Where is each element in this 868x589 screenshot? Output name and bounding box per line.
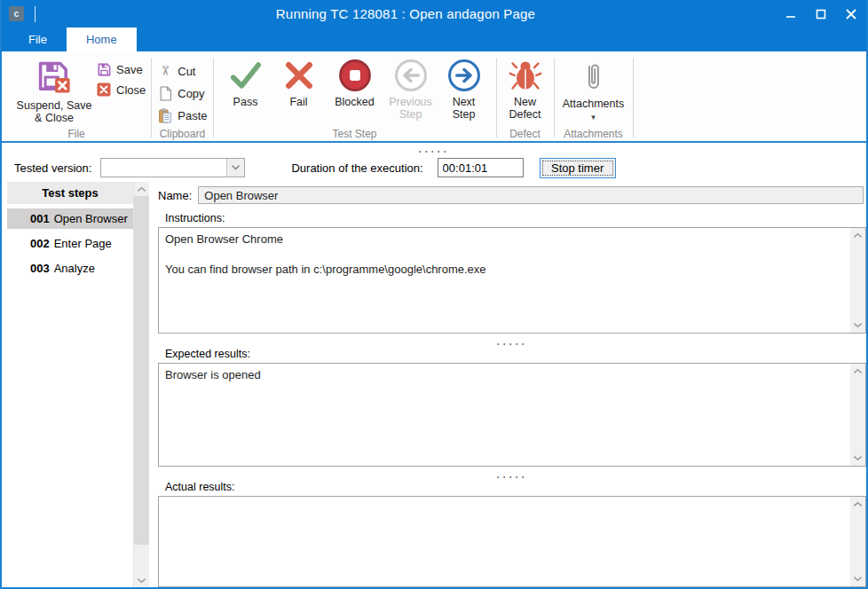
combo-dropdown-button[interactable] [226, 159, 244, 177]
attachments-label: Attachments [563, 98, 624, 110]
actual-results-label: Actual results: [165, 481, 866, 493]
scroll-up-button[interactable] [850, 365, 865, 378]
attachments-button[interactable]: Attachments ▾ [558, 56, 629, 121]
step-number: 002 [30, 237, 50, 250]
window-title: Running TC 128081 : Open andagon Page [36, 6, 776, 21]
save-icon [96, 61, 112, 77]
test-step-group-label: Test Step [214, 128, 496, 140]
ribbon-group-test-step: Pass Fail Blocked Previou [214, 54, 496, 141]
splitter-handle[interactable]: ····· [158, 334, 866, 346]
copy-label: Copy [178, 87, 204, 100]
paste-icon [157, 107, 173, 123]
ribbon: Suspend, Save & Close Save [2, 51, 866, 143]
expected-results-scrollbar[interactable] [850, 364, 865, 466]
ribbon-tab-row: File Home [2, 27, 866, 51]
splitter-handle[interactable]: ····· [158, 467, 866, 479]
name-field[interactable] [198, 186, 864, 204]
expected-results-text[interactable]: Browser is opened [165, 367, 846, 462]
actual-results-scrollbar[interactable] [850, 497, 865, 586]
tested-version-combobox[interactable] [100, 158, 245, 177]
close-ribbon-button[interactable]: Close [96, 82, 146, 98]
new-defect-button[interactable]: New Defect [502, 56, 548, 121]
scroll-down-button[interactable] [850, 318, 865, 332]
chevron-up-icon [853, 368, 863, 374]
duration-input[interactable] [438, 158, 524, 177]
app-window: c Running TC 128081 : Open andagon Page … [0, 0, 868, 589]
attachments-dropdown-icon[interactable]: ▾ [591, 114, 596, 121]
instructions-scrollbar[interactable] [850, 228, 865, 333]
blocked-label: Blocked [335, 96, 374, 108]
paperclip-icon [583, 58, 604, 95]
tab-file[interactable]: File [9, 27, 67, 51]
copy-button[interactable]: Copy [157, 85, 207, 101]
new-defect-label: New Defect [502, 96, 548, 121]
test-step-item-2[interactable]: 002Enter Page [7, 233, 133, 254]
expected-results-textbox[interactable]: Browser is opened [158, 363, 866, 467]
test-step-item-3[interactable]: 003Analyze [7, 258, 133, 279]
test-step-item-1[interactable]: 001Open Browser [7, 208, 133, 229]
name-label: Name: [158, 189, 192, 202]
tested-version-input[interactable] [101, 159, 226, 177]
paste-button[interactable]: Paste [157, 107, 207, 123]
ribbon-separator [633, 58, 634, 137]
scroll-up-button[interactable] [850, 229, 865, 242]
pass-label: Pass [233, 96, 258, 108]
test-steps-panel: Test steps 001Open Browser 002Enter Page… [7, 182, 149, 587]
expected-results-label: Expected results: [165, 348, 866, 360]
maximize-button[interactable] [806, 0, 836, 27]
execution-bar: Tested version: Duration of the executio… [2, 153, 866, 182]
ribbon-resize-handle[interactable]: ····· [2, 143, 866, 153]
actual-results-textbox[interactable] [158, 496, 866, 587]
chevron-up-icon [853, 501, 863, 507]
chevron-down-icon [853, 576, 863, 582]
ribbon-group-clipboard: ✂ Cut Copy [152, 54, 212, 141]
window-controls [776, 0, 866, 27]
chevron-down-icon [231, 164, 241, 171]
scroll-up-button[interactable] [134, 182, 149, 196]
copy-icon [157, 85, 173, 101]
bug-icon [509, 58, 542, 93]
step-number: 001 [30, 212, 50, 225]
next-step-button[interactable]: Next Step [441, 56, 487, 121]
suspend-save-close-button[interactable]: Suspend, Save & Close [12, 56, 96, 124]
minimize-button[interactable] [776, 0, 806, 27]
steps-scrollbar[interactable] [133, 182, 149, 587]
scroll-up-button[interactable] [850, 498, 865, 511]
chevron-down-icon [137, 577, 146, 584]
defect-group-label: Defect [497, 128, 554, 140]
pass-button[interactable]: Pass [223, 56, 269, 108]
scrollbar-thumb[interactable] [134, 196, 149, 545]
cut-button[interactable]: ✂ Cut [157, 63, 207, 79]
ribbon-group-attachments: Attachments ▾ Attachments [555, 54, 633, 141]
content-area: Test steps 001Open Browser 002Enter Page… [2, 182, 866, 587]
previous-step-button[interactable]: Previous Step [388, 56, 434, 121]
scroll-down-button[interactable] [850, 452, 865, 465]
fail-label: Fail [289, 96, 307, 108]
close-icon [843, 7, 859, 21]
pass-check-icon [228, 58, 264, 93]
save-button[interactable]: Save [96, 61, 146, 77]
actual-results-text[interactable] [165, 500, 846, 583]
file-group-small-buttons: Save Close [96, 56, 146, 98]
test-steps-list: Test steps 001Open Browser 002Enter Page… [7, 182, 133, 587]
step-detail-pane: Name: Instructions: Open Browser Chrome … [158, 182, 866, 587]
title-bar: c Running TC 128081 : Open andagon Page [2, 0, 866, 27]
attachments-group-label: Attachments [555, 128, 633, 140]
blocked-button[interactable]: Blocked [329, 56, 381, 108]
save-label: Save [116, 63, 143, 76]
scroll-down-button[interactable] [134, 573, 149, 587]
test-steps-header: Test steps [7, 182, 133, 204]
chevron-down-icon [853, 322, 863, 328]
ribbon-group-file: Suspend, Save & Close Save [2, 54, 151, 141]
instructions-text[interactable]: Open Browser Chrome You can find browser… [165, 232, 846, 329]
tab-home[interactable]: Home [67, 27, 137, 51]
step-label: Enter Page [54, 237, 112, 250]
scroll-down-button[interactable] [850, 572, 865, 585]
instructions-textbox[interactable]: Open Browser Chrome You can find browser… [158, 227, 866, 334]
fail-button[interactable]: Fail [276, 56, 322, 108]
stop-timer-button[interactable]: Stop timer [540, 158, 616, 178]
app-icon[interactable]: c [9, 6, 24, 21]
step-label: Analyze [54, 262, 95, 275]
next-step-label: Next Step [441, 96, 487, 121]
close-button[interactable] [836, 0, 866, 27]
